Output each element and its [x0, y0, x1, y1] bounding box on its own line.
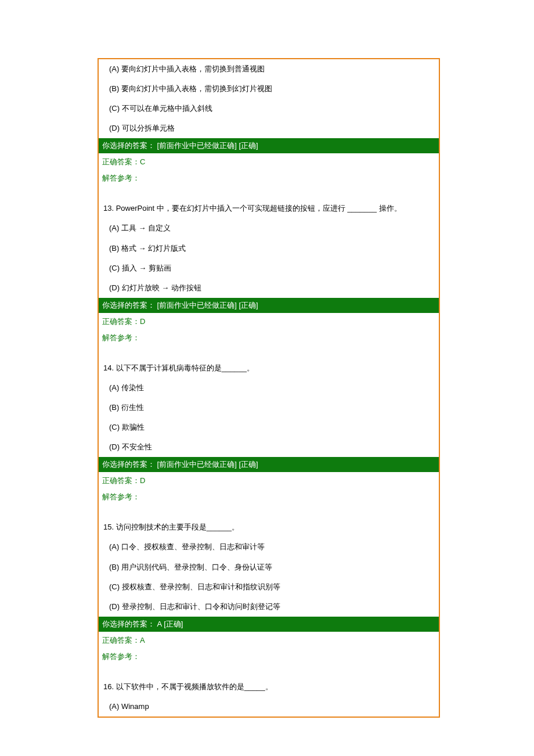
- q16-option-a: (A) Winamp: [99, 697, 439, 717]
- q13-reference: 解答参考：: [99, 329, 439, 345]
- q13-stem: 13. PowerPoint 中，要在幻灯片中插入一个可实现超链接的按钮，应进行…: [99, 196, 439, 218]
- q14-option-c: (C) 欺骗性: [99, 417, 439, 437]
- q13-selected-answer: 你选择的答案： [前面作业中已经做正确] [正确]: [99, 298, 439, 313]
- quiz-page: (A) 要向幻灯片中插入表格，需切换到普通视图 (B) 要向幻灯片中插入表格，需…: [98, 58, 440, 718]
- q13-option-b: (B) 格式 → 幻灯片版式: [99, 239, 439, 258]
- spacer: [99, 186, 439, 196]
- q15-reference: 解答参考：: [99, 648, 439, 664]
- q13-option-d: (D) 幻灯片放映 → 动作按钮: [99, 278, 439, 298]
- q12-correct-answer: 正确答案：C: [99, 153, 439, 170]
- q12-option-c: (C) 不可以在单元格中插入斜线: [99, 99, 439, 118]
- q15-option-b: (B) 用户识别代码、登录控制、口令、身份认证等: [99, 557, 439, 577]
- spacer: [99, 664, 439, 675]
- spacer: [99, 345, 439, 356]
- q12-option-a: (A) 要向幻灯片中插入表格，需切换到普通视图: [99, 59, 439, 79]
- q15-correct-answer: 正确答案：A: [99, 632, 439, 648]
- q13-correct-answer: 正确答案：D: [99, 313, 439, 329]
- q15-option-a: (A) 口令、授权核查、登录控制、日志和审计等: [99, 537, 439, 557]
- q12-reference: 解答参考：: [99, 170, 439, 186]
- spacer: [99, 505, 439, 515]
- q14-reference: 解答参考：: [99, 488, 439, 505]
- q16-stem: 16. 以下软件中，不属于视频播放软件的是_____。: [99, 675, 439, 697]
- q12-selected-answer: 你选择的答案： [前面作业中已经做正确] [正确]: [99, 138, 439, 153]
- q12-option-d: (D) 可以分拆单元格: [99, 118, 439, 138]
- q14-option-a: (A) 传染性: [99, 378, 439, 398]
- q14-stem: 14. 以下不属于计算机病毒特征的是______。: [99, 356, 439, 378]
- q12-option-b: (B) 要向幻灯片中插入表格，需切换到幻灯片视图: [99, 79, 439, 99]
- q15-stem: 15. 访问控制技术的主要手段是______。: [99, 515, 439, 537]
- q15-selected-answer: 你选择的答案： A [正确]: [99, 617, 439, 632]
- q15-option-c: (C) 授权核查、登录控制、日志和审计和指纹识别等: [99, 577, 439, 597]
- q14-option-d: (D) 不安全性: [99, 437, 439, 457]
- q14-correct-answer: 正确答案：D: [99, 472, 439, 488]
- q14-option-b: (B) 衍生性: [99, 398, 439, 417]
- q13-option-c: (C) 插入 → 剪贴画: [99, 258, 439, 278]
- q14-selected-answer: 你选择的答案： [前面作业中已经做正确] [正确]: [99, 457, 439, 472]
- q13-option-a: (A) 工具 → 自定义: [99, 218, 439, 238]
- q15-option-d: (D) 登录控制、日志和审计、口令和访问时刻登记等: [99, 597, 439, 617]
